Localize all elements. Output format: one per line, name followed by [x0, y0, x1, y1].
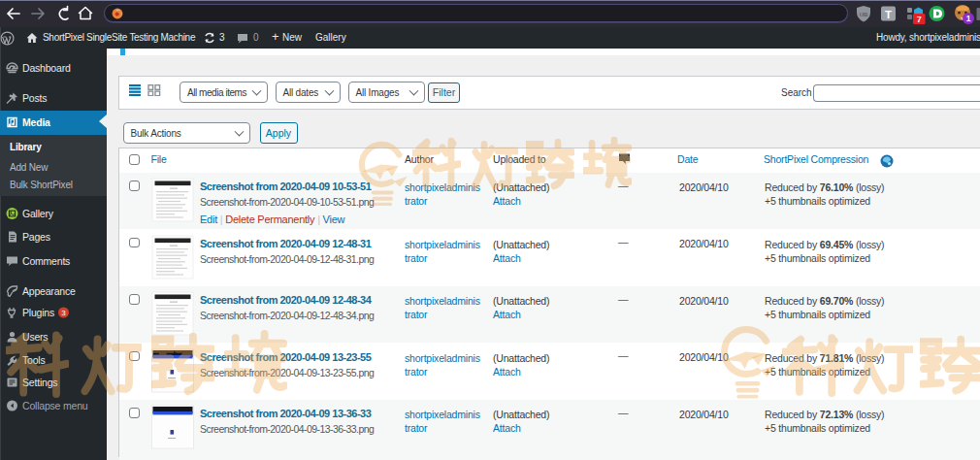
svg-text:T: T: [885, 9, 892, 20]
svg-text:UB: UB: [860, 12, 868, 17]
svg-text:1: 1: [966, 14, 971, 23]
svg-text:7: 7: [917, 15, 922, 24]
